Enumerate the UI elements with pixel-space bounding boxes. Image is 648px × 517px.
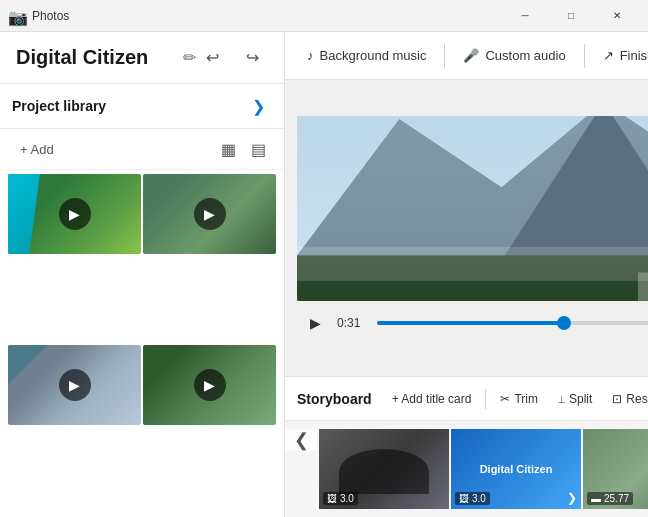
library-item[interactable]: ▶ [143,174,276,254]
library-item[interactable]: ▶ [8,345,141,425]
top-bar: ♪ Background music 🎤 Custom audio ↗ Fini… [285,32,648,80]
split-button[interactable]: ⟂ Split [550,388,600,410]
play-icon: ▶ [194,369,226,401]
window-controls: ─ □ ✕ [502,0,640,32]
grid-view-button[interactable]: ▦ [214,135,242,163]
view-buttons: ▦ ▤ [214,135,272,163]
play-icon: ▶ [59,369,91,401]
storyboard-item[interactable]: ▬ 25.77 🔊 [583,429,648,509]
redo-button[interactable]: ↪ [236,42,268,74]
close-button[interactable]: ✕ [594,0,640,32]
play-icon: ▶ [310,315,321,331]
project-library-grid: ▶ ▶ ▶ ▶ [0,170,284,517]
app-icon: 📷 [8,8,24,24]
split-label: Split [569,392,592,406]
collapse-button[interactable]: ❯ [244,92,272,120]
storyboard-label: Storyboard [297,391,372,407]
image-icon: 🖼 [327,493,337,504]
thumb-overlay: ▶ [143,345,276,425]
titlebar-title: Photos [32,9,502,23]
custom-audio-button[interactable]: 🎤 Custom audio [453,42,575,69]
left-panel: Digital Citizen ✏ ↩ ↪ Project library ❯ … [0,32,285,517]
svg-rect-5 [297,246,648,280]
separator [444,44,445,68]
background-music-label: Background music [320,48,427,63]
thumb-overlay: ▶ [143,174,276,254]
trim-label: Trim [514,392,538,406]
undo-button[interactable]: ↩ [196,42,228,74]
list-view-button[interactable]: ▤ [244,135,272,163]
scroll-left-button[interactable]: ❮ [285,429,317,451]
video-frame-inner [297,116,648,301]
audio-icon: 🎤 [463,48,479,63]
storyboard-thumbs: ❮ 🖼 3.0 Digital Citizen 🖼 3.0 ❯ [285,421,648,517]
thumb-duration: 🖼 3.0 [323,492,358,505]
play-icon: ▶ [59,198,91,230]
thumb-overlay: ▶ [8,174,141,254]
progress-thumb [557,316,571,330]
separator [485,389,486,409]
share-icon: ↗ [603,48,614,63]
library-controls: + Add ▦ ▤ [0,129,284,170]
separator [584,44,585,68]
minimize-button[interactable]: ─ [502,0,548,32]
play-icon: ▶ [194,198,226,230]
progress-bar[interactable] [377,321,648,325]
edit-icon[interactable]: ✏ [183,48,196,67]
resize-button[interactable]: ⊡ Resize [604,388,648,410]
current-time: 0:31 [337,316,369,330]
thumb-duration: 🖼 3.0 [455,492,490,505]
storyboard-section: Storyboard + Add title card ✂ Trim ⟂ Spl… [285,376,648,517]
trim-icon: ✂ [500,392,510,406]
play-button[interactable]: ▶ [301,309,329,337]
library-header: Project library ❯ [0,84,284,129]
finish-video-label: Finish video [620,48,648,63]
library-item[interactable]: ▶ [143,345,276,425]
add-title-label: + Add title card [392,392,472,406]
add-button[interactable]: + Add [12,136,62,163]
library-item[interactable]: ▶ [8,174,141,254]
main-layout: Digital Citizen ✏ ↩ ↪ Project library ❯ … [0,32,648,517]
add-title-card-button[interactable]: + Add title card [384,388,480,410]
video-icon: ▬ [591,493,601,504]
music-icon: ♪ [307,48,314,63]
video-scene [297,116,648,301]
split-icon: ⟂ [558,392,565,406]
storyboard-item[interactable]: Digital Citizen 🖼 3.0 ❯ [451,429,581,509]
video-preview: ▶ 0:31 1:18 ⤢ [285,80,648,376]
forward-icon: ❯ [567,491,577,505]
resize-icon: ⊡ [612,392,622,406]
background-music-button[interactable]: ♪ Background music [297,42,436,69]
storyboard-item[interactable]: 🖼 3.0 [319,429,449,509]
header-actions: ↩ ↪ [196,42,268,74]
image-icon: 🖼 [459,493,469,504]
progress-fill [377,321,564,325]
trim-button[interactable]: ✂ Trim [492,388,546,410]
storyboard-toolbar: Storyboard + Add title card ✂ Trim ⟂ Spl… [285,377,648,421]
titlebar: 📷 Photos ─ □ ✕ [0,0,648,32]
finish-video-button[interactable]: ↗ Finish video [593,42,648,69]
custom-audio-label: Custom audio [485,48,565,63]
video-controls-bar: ▶ 0:31 1:18 ⤢ [297,301,648,341]
thumb-overlay: ▶ [8,345,141,425]
library-title: Project library [12,98,244,114]
maximize-button[interactable]: □ [548,0,594,32]
right-panel: ♪ Background music 🎤 Custom audio ↗ Fini… [285,32,648,517]
thumb-duration: ▬ 25.77 [587,492,633,505]
video-frame [297,116,648,301]
add-label: + Add [20,142,54,157]
app-title: Digital Citizen [16,46,175,69]
resize-label: Resize [626,392,648,406]
app-header: Digital Citizen ✏ ↩ ↪ [0,32,284,84]
